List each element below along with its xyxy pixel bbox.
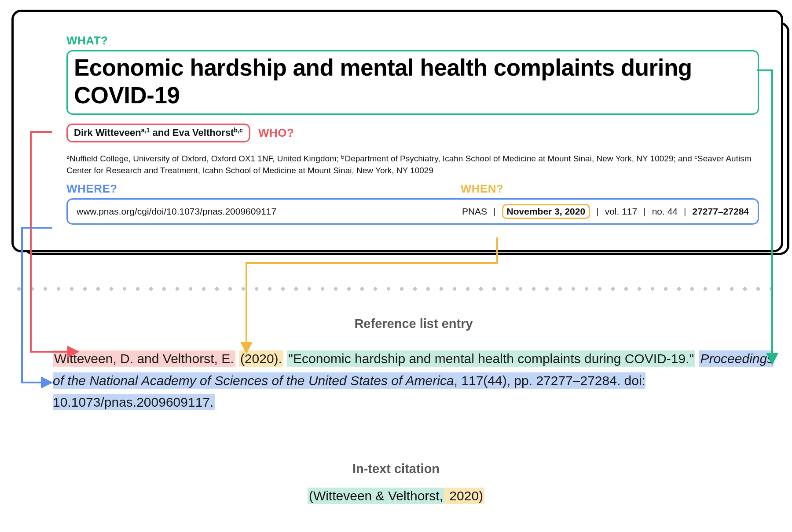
paper-source-box: www.pnas.org/cgi/doi/10.1073/pnas.200960… bbox=[66, 198, 759, 225]
author-1-sup: a,1 bbox=[141, 127, 150, 134]
ref-authors: Witteveen, D. and Velthorst, E. bbox=[53, 350, 235, 367]
paper-volume: vol. 117 bbox=[605, 206, 638, 217]
paper-date: November 3, 2020 bbox=[507, 206, 586, 216]
paper-issue: no. 44 bbox=[652, 206, 678, 217]
separator: | bbox=[493, 206, 495, 217]
separator: | bbox=[684, 206, 686, 217]
separator: | bbox=[643, 206, 645, 217]
intext-authors: Witteveen & Velthorst, bbox=[313, 488, 443, 503]
intext-close-paren: ) bbox=[479, 488, 483, 503]
intext-heading: In-text citation bbox=[0, 462, 792, 476]
intext-year: 2020) bbox=[444, 488, 484, 504]
reference-section: Reference list entry Witteveen, D. and V… bbox=[53, 317, 774, 413]
separator: | bbox=[596, 206, 598, 217]
when-label: WHEN? bbox=[461, 182, 504, 196]
intext-year-text: 2020 bbox=[446, 488, 479, 503]
author-join: and Eva Velthorst bbox=[150, 127, 234, 138]
author-1: Dirk Witteveen bbox=[74, 127, 141, 138]
intext-citation: (Witteveen & Velthorst, 2020) bbox=[308, 488, 484, 503]
journal-abbrev: PNAS bbox=[462, 206, 487, 217]
author-2-sup: b,c bbox=[234, 127, 243, 134]
paper-date-box: November 3, 2020 bbox=[502, 204, 590, 219]
paper-doi: www.pnas.org/cgi/doi/10.1073/pnas.200960… bbox=[77, 206, 276, 217]
intext-open-paren: ( bbox=[309, 488, 313, 503]
who-label: WHO? bbox=[258, 126, 294, 140]
paper-authors-box: Dirk Witteveena,1 and Eva Velthorstb,c bbox=[66, 124, 250, 142]
paper-front-frame: WHAT? Economic hardship and mental healt… bbox=[11, 10, 783, 252]
paper-title: Economic hardship and mental health comp… bbox=[74, 55, 692, 108]
paper-affiliations: ᵃNuffield College, University of Oxford,… bbox=[66, 153, 753, 176]
intext-section: In-text citation (Witteveen & Velthorst,… bbox=[0, 462, 792, 503]
what-label: WHAT? bbox=[66, 34, 759, 47]
intext-open: (Witteveen & Velthorst, bbox=[308, 488, 444, 504]
reference-entry: Witteveen, D. and Velthorst, E. (2020). … bbox=[53, 348, 774, 413]
paper-pages: 27277–27284 bbox=[693, 206, 749, 217]
reference-heading: Reference list entry bbox=[53, 317, 774, 331]
where-label: WHERE? bbox=[66, 182, 117, 196]
ref-year: (2020). bbox=[239, 350, 283, 367]
ref-title: "Economic hardship and mental health com… bbox=[287, 350, 695, 367]
paper-title-box: Economic hardship and mental health comp… bbox=[66, 50, 759, 115]
dotted-divider bbox=[12, 287, 780, 291]
